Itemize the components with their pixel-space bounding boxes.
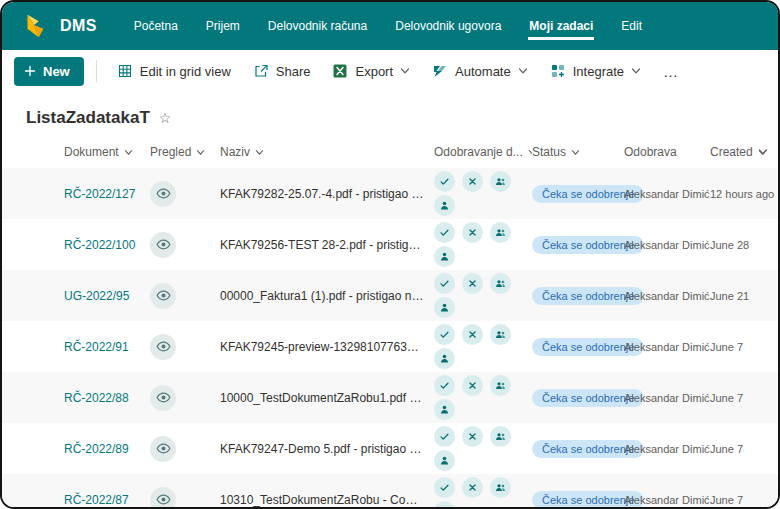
reject-button[interactable]	[462, 273, 483, 294]
check-icon	[439, 380, 450, 391]
column-header-status[interactable]: Status	[532, 145, 624, 159]
nav-item-edit[interactable]: Edit	[620, 13, 643, 40]
chevron-down-icon	[196, 148, 205, 157]
chevron-down-icon	[124, 148, 133, 157]
people-icon	[495, 278, 506, 289]
check-icon	[439, 431, 450, 442]
approve-button[interactable]	[434, 324, 455, 345]
edit-in-grid-view-button[interactable]: Edit in grid view	[107, 56, 241, 86]
created-date: June 7	[710, 341, 778, 353]
approve-button[interactable]	[434, 273, 455, 294]
new-button-label: New	[43, 64, 70, 79]
share-button[interactable]: Share	[243, 56, 321, 86]
approve-button[interactable]	[434, 477, 455, 498]
chevron-down-icon[interactable]	[758, 147, 768, 157]
reassign-button[interactable]	[490, 222, 511, 243]
nav-item-pocetna[interactable]: Početna	[133, 13, 179, 40]
document-link[interactable]: RČ-2022/88	[64, 391, 129, 405]
created-date: June 7	[710, 494, 778, 506]
reject-button[interactable]	[462, 222, 483, 243]
assignee-button[interactable]	[434, 348, 455, 369]
edit-in-grid-view-label: Edit in grid view	[140, 64, 231, 79]
automate-button[interactable]: Automate	[422, 56, 538, 86]
reassign-button[interactable]	[490, 171, 511, 192]
preview-button[interactable]	[150, 283, 176, 309]
command-overflow-button[interactable]: …	[653, 59, 690, 84]
document-link[interactable]: RČ-2022/91	[64, 340, 129, 354]
nav-item-delovodnik-ugovora[interactable]: Delovodnik ugovora	[394, 13, 502, 40]
reassign-button[interactable]	[490, 375, 511, 396]
naziv-text: 10000_TestDokumentZaRobu1.pdf - pristiga…	[220, 391, 434, 405]
column-header-dokument[interactable]: Dokument	[64, 145, 150, 159]
automate-icon	[432, 63, 448, 79]
nav-item-delovodnik-racuna[interactable]: Delovodnik računa	[267, 13, 368, 40]
table-row[interactable]: UG-2022/95 00000_Faktura1 (1).pdf - pris…	[2, 270, 778, 321]
reassign-button[interactable]	[490, 477, 511, 498]
assignee-button[interactable]	[434, 501, 455, 509]
check-icon	[439, 482, 450, 493]
preview-button[interactable]	[150, 436, 176, 462]
approver-name: Aleksandar Dimić	[624, 443, 710, 455]
assignee-button[interactable]	[434, 195, 455, 216]
assignee-button[interactable]	[434, 246, 455, 267]
assignee-button[interactable]	[434, 297, 455, 318]
document-link[interactable]: RČ-2022/87	[64, 493, 129, 507]
reject-button[interactable]	[462, 324, 483, 345]
preview-button[interactable]	[150, 232, 176, 258]
column-header-naziv[interactable]: Naziv	[220, 145, 434, 159]
reassign-button[interactable]	[490, 426, 511, 447]
approve-button[interactable]	[434, 222, 455, 243]
table-row[interactable]: RČ-2022/89 KFAK79247-Demo 5.pdf - pristi…	[2, 423, 778, 474]
export-button[interactable]: Export	[322, 56, 420, 86]
person-icon	[439, 200, 450, 211]
people-icon	[495, 431, 506, 442]
nav-item-moji-zadaci[interactable]: Moji zadaci	[528, 13, 594, 40]
new-button[interactable]: New	[14, 57, 84, 86]
app-title: DMS	[60, 17, 97, 35]
nav-item-prijem[interactable]: Prijem	[205, 13, 241, 40]
table-body: RČ-2022/127 KFAK79282-25.07.-4.pdf - pri…	[2, 168, 778, 509]
preview-button[interactable]	[150, 181, 176, 207]
cross-icon	[467, 176, 478, 187]
approve-button[interactable]	[434, 375, 455, 396]
column-header-odobravanje[interactable]: Odobravanje d...	[434, 145, 532, 159]
approve-button[interactable]	[434, 426, 455, 447]
integrate-button[interactable]: Integrate	[540, 56, 651, 86]
table-row[interactable]: RČ-2022/100 KFAK79256-TEST 28-2.pdf - pr…	[2, 219, 778, 270]
table-row[interactable]: RČ-2022/91 KFAK79245-preview-13298107763…	[2, 321, 778, 372]
dms-logo-icon[interactable]	[20, 11, 50, 41]
approval-actions	[434, 171, 532, 216]
favorite-star-icon[interactable]: ☆	[159, 111, 172, 125]
assignee-button[interactable]	[434, 450, 455, 471]
check-icon	[439, 278, 450, 289]
people-icon	[495, 380, 506, 391]
assignee-button[interactable]	[434, 399, 455, 420]
column-header-odobrava[interactable]: Odobrava	[624, 145, 710, 159]
preview-button[interactable]	[150, 385, 176, 411]
approve-button[interactable]	[434, 171, 455, 192]
reassign-button[interactable]	[490, 273, 511, 294]
cross-icon	[467, 227, 478, 238]
table-row[interactable]: RČ-2022/127 KFAK79282-25.07.-4.pdf - pri…	[2, 168, 778, 219]
automate-label: Automate	[455, 64, 511, 79]
reassign-button[interactable]	[490, 324, 511, 345]
preview-button[interactable]	[150, 334, 176, 360]
document-link[interactable]: RČ-2022/89	[64, 442, 129, 456]
reject-button[interactable]	[462, 426, 483, 447]
reject-button[interactable]	[462, 477, 483, 498]
table-row[interactable]: RČ-2022/87 10310_TestDokumentZaRobu - Co…	[2, 474, 778, 509]
document-link[interactable]: UG-2022/95	[64, 289, 129, 303]
check-icon	[439, 329, 450, 340]
document-link[interactable]: RČ-2022/100	[64, 238, 135, 252]
created-date: June 7	[710, 392, 778, 404]
preview-button[interactable]	[150, 487, 176, 509]
reject-button[interactable]	[462, 375, 483, 396]
naziv-text: 10310_TestDokumentZaRobu - Copy1.pdf - p…	[220, 493, 434, 507]
person-icon	[439, 302, 450, 313]
document-link[interactable]: RČ-2022/127	[64, 187, 135, 201]
table-header-row: Dokument Pregled Naziv Odobravanje d... …	[2, 136, 778, 168]
column-header-pregled[interactable]: Pregled	[150, 145, 220, 159]
people-icon	[495, 227, 506, 238]
reject-button[interactable]	[462, 171, 483, 192]
table-row[interactable]: RČ-2022/88 10000_TestDokumentZaRobu1.pdf…	[2, 372, 778, 423]
